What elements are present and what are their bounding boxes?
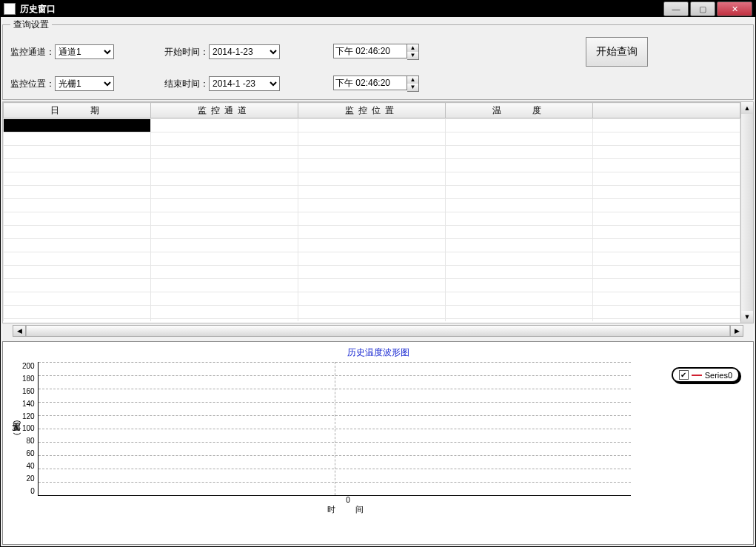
scroll-right-icon[interactable]: ▶ [730, 325, 743, 337]
window-buttons: — ▢ ✕ [663, 1, 752, 16]
scroll-up-icon[interactable]: ▲ [741, 102, 753, 114]
scroll-track[interactable] [741, 114, 753, 311]
end-time-input[interactable] [333, 75, 407, 90]
maximize-button[interactable]: ▢ [690, 1, 715, 16]
chart-legend[interactable]: ✔ Series0 [672, 367, 740, 383]
scroll-down-icon[interactable]: ▼ [741, 311, 753, 323]
data-grid-wrap: 日 期 监控通道 监控位置 温 度 ▲ ▼ [2, 101, 754, 323]
end-date-input[interactable]: 2014-1 -23 [209, 76, 280, 91]
table-row[interactable] [4, 172, 740, 186]
col-date[interactable]: 日 期 [4, 103, 151, 118]
table-row[interactable] [4, 306, 740, 319]
col-temp[interactable]: 温 度 [446, 103, 593, 118]
table-row[interactable] [4, 132, 740, 146]
y-axis-label: 温度 (℃) [10, 362, 22, 496]
minimize-button[interactable]: — [663, 1, 689, 16]
start-time-spinner[interactable]: ▲ ▼ [407, 44, 419, 60]
table-row[interactable] [4, 159, 740, 172]
spin-down-icon[interactable]: ▼ [407, 84, 418, 91]
position-select[interactable]: 光栅1 [55, 76, 114, 91]
x-axis-label: 时 间 [52, 504, 644, 515]
table-row[interactable] [4, 239, 740, 252]
query-settings-group: 查询设置 监控通道： 通道1 开始时间： 2014-1-23 [2, 19, 754, 100]
x-tick-0: 0 [346, 496, 350, 504]
legend-series-label: Series0 [705, 371, 732, 380]
horizontal-scrollbar[interactable]: ◀ ▶ [13, 325, 743, 337]
channel-label: 监控通道： [10, 46, 55, 58]
start-query-button[interactable]: 开始查询 [586, 37, 648, 67]
scroll-left-icon[interactable]: ◀ [13, 325, 26, 337]
table-row[interactable] [4, 199, 740, 212]
legend-checkbox[interactable]: ✔ [679, 370, 689, 380]
history-window: 历史窗口 — ▢ ✕ 查询设置 监控通道： 通道1 开始时间： 2014-1-2… [0, 0, 756, 547]
end-time-spinner[interactable]: ▲ ▼ [407, 75, 419, 92]
spin-up-icon[interactable]: ▲ [407, 76, 418, 84]
query-legend: 查询设置 [10, 19, 52, 31]
x-axis-ticks: 0 [52, 496, 644, 504]
channel-select[interactable]: 通道1 [55, 44, 114, 59]
chart-panel: 历史温度波形图 温度 (℃) 2001801601401201008060402… [2, 341, 754, 545]
titlebar[interactable]: 历史窗口 — ▢ ✕ [1, 1, 755, 17]
table-row[interactable] [4, 146, 740, 159]
chart-title: 历史温度波形图 [10, 346, 746, 359]
table-row[interactable] [4, 252, 740, 266]
y-axis-ticks: 200180160140120100806040200 [22, 362, 38, 495]
table-row[interactable] [4, 266, 740, 279]
start-time-input[interactable] [333, 44, 407, 58]
table-row[interactable] [4, 292, 740, 306]
col-extra[interactable] [593, 103, 740, 118]
table-row[interactable] [4, 186, 740, 199]
hscroll-thumb[interactable] [26, 326, 730, 336]
hscroll-track[interactable] [26, 325, 730, 337]
table-row[interactable] [4, 119, 740, 132]
spin-down-icon[interactable]: ▼ [407, 52, 418, 59]
legend-line-icon [692, 375, 702, 376]
close-button[interactable]: ✕ [717, 1, 752, 16]
table-row[interactable] [4, 279, 740, 292]
position-label: 监控位置： [10, 78, 55, 90]
table-row[interactable] [4, 226, 740, 239]
table-header-row: 日 期 监控通道 监控位置 温 度 [4, 103, 740, 118]
spin-up-icon[interactable]: ▲ [407, 44, 418, 52]
start-date-input[interactable]: 2014-1-23 [209, 44, 280, 59]
col-channel[interactable]: 监控通道 [151, 103, 298, 118]
data-grid[interactable]: 日 期 监控通道 监控位置 温 度 [2, 101, 741, 323]
vertical-scrollbar[interactable]: ▲ ▼ [741, 101, 754, 323]
window-title: 历史窗口 [20, 3, 663, 16]
window-icon [4, 3, 16, 15]
chart-plot-area[interactable] [38, 362, 631, 496]
table-row[interactable] [4, 319, 740, 322]
end-time-label: 结束时间： [164, 78, 209, 90]
start-time-label: 开始时间： [164, 46, 209, 58]
content-area: 查询设置 监控通道： 通道1 开始时间： 2014-1-23 [1, 17, 755, 546]
col-position[interactable]: 监控位置 [298, 103, 446, 118]
table-row[interactable] [4, 212, 740, 226]
